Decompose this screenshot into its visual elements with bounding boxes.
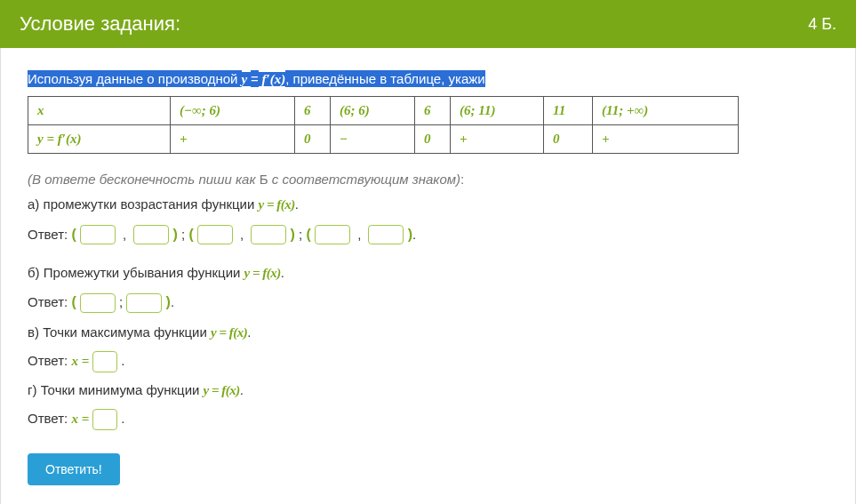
paren-open: ( bbox=[188, 227, 193, 242]
part-a-label: а) промежутки возрастания функции bbox=[28, 196, 259, 212]
intro-formula-fx: f′(x) bbox=[259, 72, 285, 86]
intro-text-1: Используя данные о производной bbox=[28, 70, 242, 87]
input-a3-from[interactable] bbox=[315, 225, 350, 244]
submit-button[interactable]: Ответить! bbox=[28, 453, 120, 485]
intro-text-2: , приведённые в таблице, укажи bbox=[285, 70, 484, 87]
note-B: Б bbox=[260, 172, 268, 187]
task-header: Условие задания: 4 Б. bbox=[0, 0, 856, 48]
cell: (6; 11) bbox=[451, 97, 544, 125]
part-a-formula: y = f(x) bbox=[259, 197, 295, 212]
note-colon: : bbox=[460, 172, 464, 187]
cell-fx: y = f′(x) bbox=[28, 125, 171, 154]
task-title: Условие задания: bbox=[20, 12, 180, 36]
part-a-dot: . bbox=[295, 196, 299, 212]
cell: (−∞; 6) bbox=[171, 97, 295, 125]
part-b-label: б) Промежутки убывания функции bbox=[28, 265, 244, 280]
comma: , bbox=[119, 227, 130, 242]
note-text-2: с соответствующим знаком) bbox=[268, 172, 460, 187]
part-a-answer: Ответ: ( , ) ; ( , ) ; ( , ). bbox=[28, 221, 828, 248]
cell: − bbox=[331, 125, 415, 154]
input-a3-to[interactable] bbox=[368, 225, 404, 244]
dot: . bbox=[121, 353, 124, 368]
part-d-formula: y = f(x) bbox=[204, 383, 240, 397]
part-c-dot: . bbox=[247, 324, 251, 340]
part-c-formula: y = f(x) bbox=[211, 325, 247, 340]
answer-label: Ответ: bbox=[28, 411, 71, 426]
part-b-formula: y = f(x) bbox=[244, 266, 281, 280]
part-b-answer: Ответ: ( ; ). bbox=[28, 289, 828, 316]
cell: + bbox=[451, 125, 544, 154]
task-content: Используя данные о производной y = f′(x)… bbox=[0, 48, 856, 504]
derivative-table: x (−∞; 6) 6 (6; 6) 6 (6; 11) 11 (11; +∞)… bbox=[28, 96, 739, 154]
cell: (11; +∞) bbox=[593, 97, 739, 125]
input-a2-from[interactable] bbox=[197, 225, 233, 244]
table-row: y = f′(x) + 0 − 0 + 0 + bbox=[28, 125, 739, 154]
answer-label: Ответ: bbox=[28, 353, 71, 368]
part-d-dot: . bbox=[240, 382, 244, 397]
part-b-dot: . bbox=[281, 265, 284, 280]
input-a1-to[interactable] bbox=[133, 225, 169, 244]
x-eq: x = bbox=[71, 354, 92, 368]
paren-open: ( bbox=[71, 227, 76, 242]
cell: 6 bbox=[295, 97, 331, 125]
part-c-answer: Ответ: x = . bbox=[28, 348, 828, 374]
paren-open: ( bbox=[306, 227, 310, 242]
cell: + bbox=[171, 125, 295, 154]
input-a1-from[interactable] bbox=[80, 225, 116, 244]
part-d-answer: Ответ: x = . bbox=[28, 406, 828, 432]
cell: (6; 6) bbox=[331, 97, 415, 125]
input-c-x[interactable] bbox=[92, 351, 117, 372]
cell: 0 bbox=[295, 125, 331, 154]
cell: + bbox=[593, 125, 739, 154]
part-d-label: г) Точки минимума функции bbox=[28, 382, 204, 397]
dot: . bbox=[171, 294, 174, 309]
intro-formula-y: y bbox=[242, 72, 251, 86]
part-c-label: в) Точки максимума функции bbox=[28, 324, 211, 340]
part-d-text: г) Точки минимума функции y = f(x). bbox=[28, 378, 828, 404]
cell: 0 bbox=[415, 125, 451, 154]
input-a2-to[interactable] bbox=[251, 225, 286, 244]
input-d-x[interactable] bbox=[92, 409, 117, 430]
semicolon: ; bbox=[178, 227, 189, 242]
cell: 6 bbox=[415, 97, 451, 125]
semicolon: ; bbox=[295, 227, 307, 242]
cell: 11 bbox=[544, 97, 593, 125]
answer-label: Ответ: bbox=[28, 227, 71, 242]
dot: . bbox=[412, 227, 416, 242]
comma: , bbox=[354, 227, 364, 242]
intro-formula-eq: = bbox=[251, 70, 259, 87]
task-score: 4 Б. bbox=[808, 15, 836, 34]
paren-open: ( bbox=[71, 294, 76, 309]
table-row: x (−∞; 6) 6 (6; 6) 6 (6; 11) 11 (11; +∞) bbox=[28, 97, 739, 125]
dot: . bbox=[121, 411, 124, 426]
input-b-from[interactable] bbox=[80, 293, 116, 313]
answer-label: Ответ: bbox=[28, 294, 71, 309]
intro-line: Используя данные о производной y = f′(x)… bbox=[28, 71, 828, 87]
note-line: (В ответе бесконечность пиши как Б с соо… bbox=[28, 172, 828, 187]
part-a-text: а) промежутки возрастания функции y = f(… bbox=[28, 192, 828, 218]
cell: 0 bbox=[544, 125, 593, 154]
part-c-text: в) Точки максимума функции y = f(x). bbox=[28, 320, 828, 346]
semicolon: ; bbox=[119, 294, 126, 309]
note-text-1: (В ответе бесконечность пиши как bbox=[28, 172, 260, 187]
cell-x: x bbox=[28, 97, 171, 125]
x-eq: x = bbox=[71, 412, 92, 426]
comma: , bbox=[236, 227, 247, 242]
part-b-text: б) Промежутки убывания функции y = f(x). bbox=[28, 260, 828, 286]
input-b-to[interactable] bbox=[126, 293, 162, 313]
